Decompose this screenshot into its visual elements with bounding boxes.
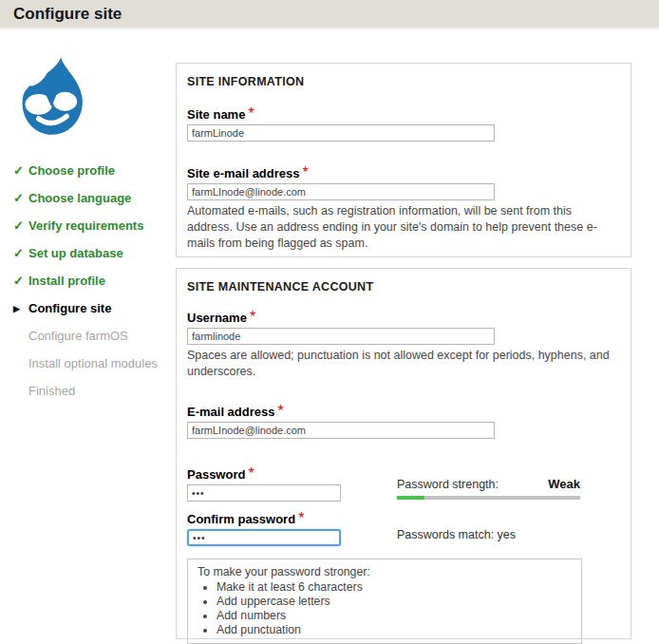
password-suggestion-item: Make it at least 6 characters xyxy=(217,580,572,595)
step-label: Verify requirements xyxy=(28,219,143,233)
site-name-label: Site name xyxy=(187,107,245,122)
sidebar-step-install-profile: ✓Install profile xyxy=(13,275,173,288)
required-mark: * xyxy=(278,403,284,419)
install-steps: ✓Choose profile✓Choose language✓Verify r… xyxy=(13,164,173,412)
password-strength-label: Password strength: xyxy=(397,478,499,491)
step-label: Set up database xyxy=(28,247,123,260)
step-label: Choose profile xyxy=(28,164,115,178)
password-suggestion-item: Add uppercase letters xyxy=(217,595,572,609)
username-description: Spaces are allowed; punctuation is not a… xyxy=(187,348,620,380)
username-label: Username xyxy=(187,311,247,325)
sidebar-step-choose-profile: ✓Choose profile xyxy=(13,164,173,178)
step-label: Configure farmOS xyxy=(28,330,128,343)
account-email-label: E-mail address xyxy=(187,405,275,419)
password-suggestion-item: Add punctuation xyxy=(217,623,572,637)
step-label: Configure site xyxy=(28,302,111,315)
site-email-description: Automated e-mails, such as registration … xyxy=(187,203,620,252)
page-header: Configure site xyxy=(0,0,659,29)
required-mark: * xyxy=(248,465,254,482)
site-information-legend: SITE INFORMATION xyxy=(187,75,620,88)
step-label: Finished xyxy=(28,385,75,398)
required-mark: * xyxy=(298,510,304,526)
step-label: Choose language xyxy=(28,192,131,205)
step-done-check-icon: ✓ xyxy=(13,275,28,288)
page-title: Configure site xyxy=(0,0,659,28)
maintenance-account-legend: SITE MAINTENANCE ACCOUNT xyxy=(187,280,620,294)
site-email-input[interactable] xyxy=(187,183,495,200)
required-mark: * xyxy=(250,309,255,325)
step-done-check-icon: ✓ xyxy=(13,247,28,260)
passwords-match-status: Passwords match: yes xyxy=(397,528,516,541)
step-done-check-icon: ✓ xyxy=(13,219,28,233)
step-label: Install optional modules xyxy=(28,357,158,370)
password-strength-meter: Password strength: Weak xyxy=(397,477,580,500)
active-step-arrow-icon: ▶ xyxy=(13,302,28,315)
site-maintenance-account-fieldset: SITE MAINTENANCE ACCOUNT Username* Space… xyxy=(176,268,631,639)
site-email-label: Site e-mail address xyxy=(187,166,300,180)
password-suggestions-box: To make your password stronger: Make it … xyxy=(187,559,582,644)
password-strength-indicator xyxy=(397,496,424,500)
account-email-input[interactable] xyxy=(187,422,495,439)
password-suggestions-list: Make it at least 6 charactersAdd upperca… xyxy=(198,580,572,637)
sidebar-step-install-optional-modules: ✓Install optional modules xyxy=(13,357,173,370)
step-done-check-icon: ✓ xyxy=(13,164,28,178)
password-suggestions-intro: To make your password stronger: xyxy=(198,564,572,579)
password-label: Password xyxy=(187,467,245,482)
sidebar-step-set-up-database: ✓Set up database xyxy=(13,247,173,260)
sidebar-step-choose-language: ✓Choose language xyxy=(13,192,173,205)
sidebar-step-configure-farmos: ✓Configure farmOS xyxy=(13,330,173,343)
required-mark: * xyxy=(303,164,309,180)
password-strength-level: Weak xyxy=(548,477,580,491)
sidebar-step-verify-requirements: ✓Verify requirements xyxy=(13,219,173,233)
site-name-input[interactable] xyxy=(187,124,495,142)
password-input[interactable] xyxy=(187,484,341,502)
password-suggestion-item: Add numbers xyxy=(217,609,572,623)
required-mark: * xyxy=(248,105,254,122)
site-information-fieldset: SITE INFORMATION Site name* Site e-mail … xyxy=(176,63,631,257)
confirm-password-input[interactable] xyxy=(187,529,341,546)
confirm-password-label: Confirm password xyxy=(187,512,295,526)
username-input[interactable] xyxy=(187,328,495,345)
password-strength-track xyxy=(397,496,580,500)
step-label: Install profile xyxy=(28,275,105,288)
sidebar-step-finished: ✓Finished xyxy=(13,385,173,398)
step-done-check-icon: ✓ xyxy=(13,192,28,205)
drupal-logo-icon xyxy=(12,54,92,143)
sidebar-step-configure-site: ▶Configure site xyxy=(13,302,173,315)
